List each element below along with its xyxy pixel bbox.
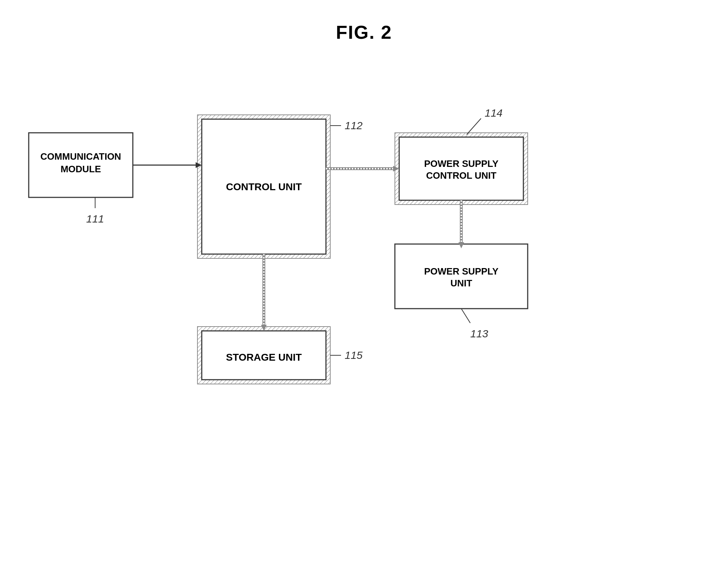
svg-line-15 <box>467 118 481 135</box>
svg-text:STORAGE UNIT: STORAGE UNIT <box>226 352 302 363</box>
page-title: FIG. 2 <box>0 0 728 43</box>
svg-text:CONTROL UNIT: CONTROL UNIT <box>426 170 496 181</box>
svg-text:POWER SUPPLY: POWER SUPPLY <box>424 266 498 277</box>
svg-text:113: 113 <box>470 328 488 339</box>
svg-text:CONTROL UNIT: CONTROL UNIT <box>226 181 302 192</box>
svg-text:115: 115 <box>345 349 363 361</box>
svg-text:114: 114 <box>485 107 503 119</box>
svg-text:UNIT: UNIT <box>451 278 472 289</box>
svg-line-20 <box>461 309 470 323</box>
svg-text:COMMUNICATION: COMMUNICATION <box>41 151 121 162</box>
svg-text:MODULE: MODULE <box>61 164 101 174</box>
svg-text:111: 111 <box>86 213 104 225</box>
diagram-svg: COMMUNICATION MODULE 111 CONTROL UNIT 11… <box>0 54 728 556</box>
svg-text:112: 112 <box>345 120 363 131</box>
svg-text:POWER SUPPLY: POWER SUPPLY <box>424 158 498 169</box>
